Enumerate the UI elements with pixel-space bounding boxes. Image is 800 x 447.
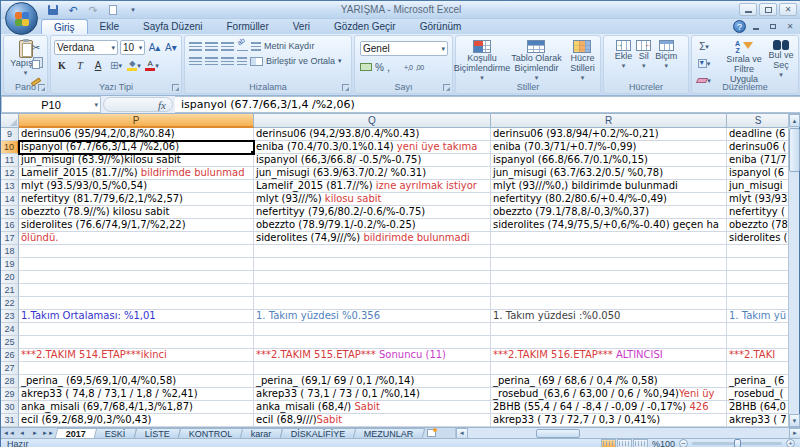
previous-sheet-button[interactable]: ◄ bbox=[16, 430, 28, 436]
page-break-view-button[interactable] bbox=[633, 439, 648, 447]
merge-center-icon[interactable] bbox=[250, 57, 263, 66]
next-sheet-button[interactable]: ► bbox=[29, 430, 41, 436]
percent-style-button[interactable]: % bbox=[375, 62, 384, 73]
cell-P30[interactable]: anka_misali (69,7/68,4/1,3/%1,87) bbox=[19, 401, 254, 414]
cell-P19[interactable] bbox=[19, 258, 254, 271]
row-header-23[interactable]: 23 bbox=[1, 310, 19, 323]
cell-Q17[interactable]: siderolites (74,9///%) bildirimde bulunm… bbox=[254, 232, 491, 245]
grow-font-button[interactable]: A▴ bbox=[147, 40, 161, 55]
copy-button[interactable] bbox=[27, 57, 45, 72]
cell-R21[interactable] bbox=[491, 284, 727, 297]
close-button[interactable]: ✕ bbox=[779, 3, 797, 16]
row-header-19[interactable]: 19 bbox=[1, 258, 19, 271]
cell-Q31[interactable]: ecil (68,9///)Sabit bbox=[254, 414, 491, 427]
ribbon-tab-sayfa-düzeni[interactable]: Sayfa Düzeni bbox=[131, 19, 214, 34]
row-header-22[interactable]: 22 bbox=[1, 297, 19, 310]
cell-S18[interactable] bbox=[727, 245, 790, 258]
sheet-tab-karar[interactable]: karar bbox=[240, 428, 283, 438]
cell-R28[interactable]: _perina_ (69 / 68,6 / 0,4 /% 0,58) bbox=[491, 375, 727, 388]
borders-button[interactable]: ⊞▾ bbox=[108, 58, 124, 73]
column-header-R[interactable]: R bbox=[491, 114, 727, 128]
font-color-button[interactable]: A▾ bbox=[144, 58, 160, 73]
row-header-30[interactable]: 30 bbox=[1, 401, 19, 414]
cell-Q29[interactable]: akrep33 ( 73,1 / 73 / 0,1 /%0,14) bbox=[254, 388, 491, 401]
ribbon-tab-gözden-geçir[interactable]: Gözden Geçir bbox=[322, 19, 408, 34]
row-header-25[interactable]: 25 bbox=[1, 336, 19, 349]
cell-R19[interactable] bbox=[491, 258, 727, 271]
cell-P23[interactable]: 1.Takım Ortalaması: %1,01 bbox=[19, 310, 254, 323]
cell-R27[interactable] bbox=[491, 362, 727, 375]
cell-Q16[interactable]: obezzto (78.9/79.1/-0.2/%-0.25) bbox=[254, 219, 491, 232]
normal-view-button[interactable] bbox=[601, 439, 616, 447]
zoom-slider[interactable] bbox=[692, 442, 782, 445]
workbook-restore-button[interactable] bbox=[766, 21, 780, 32]
cell-P11[interactable]: jun_misugi (63.9//%)kilosu sabit bbox=[19, 154, 254, 167]
sheet-tab-di̇skali̇fi̇ye[interactable]: DİSKALİFİYE bbox=[279, 428, 356, 438]
cell-R23[interactable]: 1. Takım yüzdesi :%0.050 bbox=[491, 310, 727, 323]
cell-Q18[interactable] bbox=[254, 245, 491, 258]
pano-dialog-launcher[interactable] bbox=[38, 84, 45, 91]
ribbon-tab-görünüm[interactable]: Görünüm bbox=[408, 19, 474, 34]
alignment-dialog-launcher[interactable] bbox=[342, 84, 349, 91]
row-header-10[interactable]: 10 bbox=[1, 141, 19, 154]
cell-R13[interactable]: mlyt (93///%0,) bildirimde bulunmadi bbox=[491, 180, 727, 193]
ribbon-tab-formüller[interactable]: Formüller bbox=[215, 19, 281, 34]
cell-S20[interactable] bbox=[727, 271, 790, 284]
cell-R11[interactable]: ispanyol (66.8/66.7/0.1/%0,15) bbox=[491, 154, 727, 167]
cell-R15[interactable]: obezzto (79.1/78,8/-0,3/%0,37) bbox=[491, 206, 727, 219]
column-header-P[interactable]: P bbox=[19, 114, 254, 128]
zoom-slider-thumb[interactable] bbox=[734, 439, 741, 447]
cell-P25[interactable] bbox=[19, 336, 254, 349]
sheet-tab-kontrol[interactable]: KONTROL bbox=[177, 428, 243, 438]
insert-function-area[interactable]: fx bbox=[103, 97, 173, 112]
sheet-tab-mezunlar[interactable]: MEZUNLAR bbox=[353, 428, 425, 438]
cell-S15[interactable]: nefertityy ( bbox=[727, 206, 790, 219]
cell-R30[interactable]: 2BHB (55,4 / 64 / -8,4 / -0,09 / -0,17%)… bbox=[491, 401, 727, 414]
cell-Q28[interactable]: _perina_ (69,1/ 69 / 0,1 /%0,14) bbox=[254, 375, 491, 388]
row-header-9[interactable]: 9 bbox=[1, 128, 19, 141]
ribbon-tab-veri[interactable]: Veri bbox=[281, 19, 322, 34]
name-box[interactable]: P10 ▾ bbox=[1, 96, 101, 113]
column-header-S[interactable]: S bbox=[727, 114, 790, 128]
help-button[interactable]: ? bbox=[733, 20, 746, 33]
align-top-icon[interactable] bbox=[189, 42, 202, 51]
autosum-button[interactable]: Σ▾ bbox=[695, 39, 713, 54]
cell-S9[interactable]: deadline (6 bbox=[727, 128, 790, 141]
decrease-decimal-button[interactable]: ,00 bbox=[415, 64, 423, 71]
cell-Q14[interactable]: mlyt (93///%) kilosu sabit bbox=[254, 193, 491, 206]
align-bottom-icon[interactable] bbox=[221, 42, 234, 51]
horizontal-scroll-thumb[interactable] bbox=[536, 429, 580, 438]
cell-Q9[interactable]: derinsu06 (94,2/93.8/0.4/%0.43) bbox=[254, 128, 491, 141]
cell-R20[interactable] bbox=[491, 271, 727, 284]
cell-Q11[interactable]: ispanyol (66,3/66.8/ -0.5/%-0.75) bbox=[254, 154, 491, 167]
cell-P26[interactable]: ***2.TAKIM 514.ETAP***ikinci bbox=[19, 349, 254, 362]
orientation-icon[interactable] bbox=[237, 42, 248, 51]
cell-Q24[interactable] bbox=[254, 323, 491, 336]
cell-S19[interactable] bbox=[727, 258, 790, 271]
cell-P14[interactable]: nefertityy (81.7/79,6/2,1/%2,57) bbox=[19, 193, 254, 206]
cell-R10[interactable]: eniba (70.3/71/+0.7/%-0,99) bbox=[491, 141, 727, 154]
cell-R9[interactable]: derinsu06 (93.8/94/+0.2/%-0,21) bbox=[491, 128, 727, 141]
cell-P10[interactable]: ispanyol (67.7/66,3/1,4 /%2,06) bbox=[19, 141, 254, 154]
accounting-format-icon[interactable] bbox=[360, 63, 372, 71]
scroll-up-button[interactable]: ▲ bbox=[789, 114, 800, 127]
cell-S21[interactable] bbox=[727, 284, 790, 297]
insert-worksheet-button[interactable] bbox=[423, 428, 441, 438]
cell-P20[interactable] bbox=[19, 271, 254, 284]
cell-S31[interactable]: akrep33 ( 7 bbox=[727, 414, 790, 427]
sort-filter-button[interactable]: AZ Sırala ve Filtre Uygula bbox=[720, 40, 768, 84]
first-sheet-button[interactable]: ◄◄ bbox=[3, 430, 15, 436]
sheet-tab-eski̇[interactable]: ESKİ bbox=[94, 428, 137, 438]
bold-button[interactable]: K bbox=[54, 58, 70, 73]
cell-P16[interactable]: siderolites (76.6/74,9/1,7/%2,22) bbox=[19, 219, 254, 232]
workbook-minimize-button[interactable] bbox=[749, 21, 763, 32]
formula-input[interactable]: ispanyol (67.7/66,3/1,4 /%2,06) bbox=[175, 96, 800, 113]
row-header-28[interactable]: 28 bbox=[1, 375, 19, 388]
number-dialog-launcher[interactable] bbox=[443, 84, 450, 91]
align-center-icon[interactable] bbox=[205, 57, 218, 66]
vertical-scroll-thumb[interactable] bbox=[789, 128, 800, 172]
row-header-14[interactable]: 14 bbox=[1, 193, 19, 206]
cell-Q15[interactable]: nefertityy (79,6/80.2/-0.6/%-0.75) bbox=[254, 206, 491, 219]
cell-R14[interactable]: nefertityy (80.2/80.6/+0.4/%-0,49) bbox=[491, 193, 727, 206]
cell-S24[interactable] bbox=[727, 323, 790, 336]
